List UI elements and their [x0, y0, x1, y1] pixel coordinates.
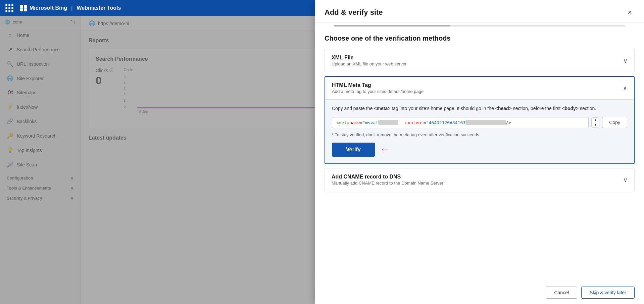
code-name-attr: name=	[349, 120, 362, 125]
method-html-meta-tag-text: HTML Meta Tag Add a meta tag to your sit…	[332, 82, 424, 94]
method-html-meta-tag-desc: Add a meta tag to your sites default/hom…	[332, 89, 424, 94]
method-html-meta-tag-name: HTML Meta Tag	[332, 82, 424, 88]
method-xml-file: XML File Upload an XML file on your web …	[325, 49, 635, 72]
code-stepper-up[interactable]: ▲	[592, 118, 599, 122]
method-xml-file-header[interactable]: XML File Upload an XML file on your web …	[325, 49, 634, 72]
cname-chevron-icon: ∨	[623, 176, 628, 184]
code-content-value: "464D2120A34163	[426, 120, 465, 125]
meta-tag-instruction: Copy and paste the <meta> tag into your …	[332, 105, 627, 112]
product-name: Webmaster Tools	[77, 5, 121, 11]
method-cname-record: Add CNAME record to DNS Manually add CNA…	[325, 168, 635, 191]
method-xml-file-text: XML File Upload an XML file on your web …	[332, 55, 407, 66]
method-cname-text: Add CNAME record to DNS Manually add CNA…	[332, 174, 443, 186]
copy-button[interactable]: Copy	[602, 117, 627, 128]
method-html-meta-tag-body: Copy and paste the <meta> tag into your …	[325, 99, 634, 163]
verify-container: Verify ←	[332, 143, 627, 157]
meta-tag-code-box: <meta name="msval content="464D2120A3416…	[332, 117, 589, 128]
modal-add-verify-site: Add & verify site × Choose one of the ve…	[315, 0, 644, 304]
code-self-close: />	[506, 120, 511, 125]
topbar-logo: Microsoft Bing | Webmaster Tools	[20, 5, 121, 11]
method-cname-name: Add CNAME record to DNS	[332, 174, 443, 180]
windows-icon	[20, 5, 27, 11]
topbar-divider: |	[71, 5, 72, 11]
modal-close-button[interactable]: ×	[625, 7, 635, 18]
verify-arrow-icon: ←	[380, 144, 390, 155]
method-cname-header[interactable]: Add CNAME record to DNS Manually add CNA…	[325, 168, 634, 191]
apps-icon[interactable]	[5, 4, 13, 12]
code-stepper-down[interactable]: ▼	[592, 122, 599, 127]
method-html-meta-tag-header[interactable]: HTML Meta Tag Add a meta tag to your sit…	[325, 77, 634, 99]
verify-button[interactable]: Verify	[332, 143, 375, 157]
cancel-button[interactable]: Cancel	[546, 287, 577, 299]
main-layout: 🌐 com/ ⌃↕ ⌂ Home ↗ Search Performance 🔍 …	[0, 16, 644, 304]
app-name: Microsoft Bing	[30, 5, 67, 11]
method-cname-desc: Manually add CNAME record to the Domain …	[332, 181, 443, 186]
modal-title: Add & verify site	[325, 8, 383, 17]
code-tag-open: <meta	[336, 120, 349, 125]
html-meta-tag-chevron-icon: ∧	[623, 85, 627, 92]
code-content-attr: content=	[405, 120, 426, 125]
modal-subtitle: Choose one of the verification methods	[325, 35, 635, 42]
meta-tag-warning: * To stay verified, don't remove the met…	[332, 132, 627, 137]
modal-body: Choose one of the verification methods X…	[315, 27, 644, 281]
skip-verify-later-button[interactable]: Skip & verify later	[581, 287, 635, 299]
code-stepper[interactable]: ▲ ▼	[591, 117, 599, 128]
code-blurred-1	[378, 120, 398, 125]
xml-file-chevron-icon: ∨	[623, 57, 628, 64]
modal-footer: Cancel Skip & verify later	[315, 281, 644, 304]
code-container: <meta name="msval content="464D2120A3416…	[332, 117, 627, 128]
method-xml-file-desc: Upload an XML file on your web server	[332, 61, 407, 66]
method-xml-file-name: XML File	[332, 55, 407, 61]
method-html-meta-tag: HTML Meta Tag Add a meta tag to your sit…	[325, 76, 635, 164]
code-blurred-2	[465, 120, 506, 125]
code-name-value: "msval	[362, 120, 378, 125]
modal-header: Add & verify site ×	[315, 0, 644, 22]
